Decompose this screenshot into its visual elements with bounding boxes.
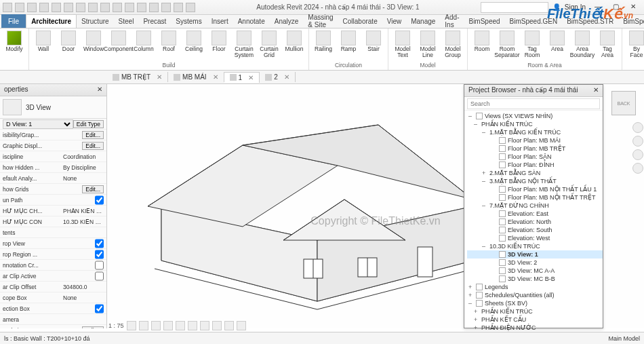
redo-icon[interactable] (64, 3, 73, 12)
dropdown-icon[interactable] (186, 3, 195, 12)
build-component-button[interactable]: Component (106, 29, 131, 58)
ribbon-tab-view[interactable]: View (382, 14, 407, 28)
expand-icon[interactable]: + (482, 170, 487, 176)
prop-edit-button[interactable]: Edit... (82, 326, 104, 329)
tree-item[interactable]: –Sheets (SX BV) (467, 299, 603, 307)
ribbon-tab-insert[interactable]: Insert (207, 14, 233, 28)
ribbon-tab-structure[interactable]: Structure (77, 14, 114, 28)
text-icon[interactable] (113, 3, 122, 12)
tree-item[interactable]: Floor Plan: ĐỈNH (467, 161, 603, 169)
tree-item[interactable]: –3.MẶT BẰNG NỘI THẤT (467, 177, 603, 185)
ribbon-tab-steel[interactable]: Steel (114, 14, 139, 28)
room-area-button[interactable]: Area (545, 29, 569, 58)
prop-checkbox[interactable] (95, 239, 104, 248)
prop-value[interactable]: None (63, 294, 104, 301)
tree-item[interactable]: +Schedules/Quantities (all) (467, 291, 603, 299)
properties-close-icon[interactable]: ✕ (97, 85, 102, 94)
view-cube[interactable]: BACK (607, 88, 640, 121)
tree-item[interactable]: –Views (SX VIEWS NHÌN) (467, 112, 603, 120)
expand-icon[interactable]: + (474, 324, 479, 331)
expand-icon[interactable]: + (468, 284, 474, 290)
tree-item[interactable]: Elevation: West (467, 234, 603, 242)
build-floor-button[interactable]: Floor (207, 29, 231, 58)
edit-type-button[interactable]: Edit Type (73, 120, 104, 128)
expand-icon[interactable]: – (482, 243, 487, 250)
project-browser-search-input[interactable] (467, 98, 600, 109)
lock-3d-icon[interactable] (212, 321, 222, 330)
prop-value[interactable]: Coordination (63, 153, 104, 160)
crop-region-icon[interactable] (200, 321, 209, 330)
prop-edit-button[interactable]: Edit... (82, 131, 104, 139)
expand-icon[interactable]: + (468, 292, 474, 299)
tree-item[interactable]: 3D View: 2 (467, 259, 603, 267)
visual-style-icon[interactable] (139, 321, 148, 330)
tree-item[interactable]: 3D View: MC A-A (467, 267, 603, 275)
room-room-button[interactable]: Room (470, 29, 494, 58)
circ-stair-button[interactable]: Stair (361, 29, 386, 58)
circ-ramp-button[interactable]: Ramp (336, 29, 361, 58)
tree-item[interactable]: +Legends (467, 283, 603, 291)
open-icon[interactable] (15, 3, 24, 12)
prop-checkbox[interactable] (95, 304, 104, 313)
expand-icon[interactable]: – (482, 202, 487, 209)
build-column-button[interactable]: Column (132, 29, 156, 58)
ribbon-tab-analyze[interactable]: Analyze (270, 14, 304, 28)
expand-icon[interactable]: – (482, 178, 487, 185)
help-search-input[interactable] (481, 2, 548, 13)
close-hidden-icon[interactable] (161, 3, 171, 12)
room-area-boundary-button[interactable]: AreaBoundary (570, 29, 595, 58)
ribbon-tab-add-ins[interactable]: Add-Ins (440, 14, 464, 28)
prop-edit-button[interactable]: Edit... (82, 142, 104, 150)
prop-value[interactable]: PHẦN KIẾN TR... (63, 208, 104, 214)
print-icon[interactable] (76, 3, 85, 12)
prop-value[interactable]: By Discipline (63, 164, 104, 171)
tree-item[interactable]: +PHẦN KẾT CẤU (467, 316, 603, 324)
shadows-icon[interactable] (163, 321, 173, 330)
tree-item[interactable]: 3D View: 1 (467, 250, 603, 259)
build-curtain-system-button[interactable]: CurtainSystem (232, 29, 256, 58)
revit-logo-icon[interactable] (3, 3, 12, 12)
measure-icon[interactable] (88, 3, 98, 12)
tree-item[interactable]: Elevation: East (467, 210, 603, 218)
circ-railing-button[interactable]: Railing (311, 29, 336, 58)
ribbon-tab-systems[interactable]: Systems (171, 14, 206, 28)
build-window-button[interactable]: Window (81, 29, 106, 58)
close-icon[interactable]: ✕ (284, 73, 289, 81)
build-wall-button[interactable]: Wall (31, 29, 56, 58)
ribbon-tab-architecture[interactable]: Architecture (26, 14, 77, 28)
build-roof-button[interactable]: Roof (157, 29, 181, 58)
close-icon[interactable]: ✕ (213, 73, 218, 81)
view-tab-1[interactable]: 1✕ (224, 72, 260, 83)
sun-path-icon[interactable] (151, 321, 161, 330)
tree-item[interactable]: Floor Plan: MB NỘI THẤT LẦU 1 (467, 185, 603, 193)
tree-item[interactable]: –7.MẶT ĐỨNG CHÍNH (467, 202, 603, 210)
view-tab-mb-m-i[interactable]: MB MÁI✕ (168, 72, 224, 82)
ribbon-tab-bimspeed[interactable]: BimSpeed (464, 14, 504, 28)
ribbon-tab-massing-site[interactable]: Massing & Site (303, 14, 338, 28)
expand-icon[interactable]: – (474, 121, 479, 128)
prop-checkbox[interactable] (95, 250, 104, 259)
tree-item[interactable]: +2.MẶT BẰNG SÀN (467, 169, 603, 177)
project-browser-close-icon[interactable]: ✕ (593, 86, 599, 95)
prop-value[interactable]: 10.3D KIẾN TRÚC (63, 218, 104, 225)
tree-item[interactable]: 3D View: MC B-B (467, 275, 603, 283)
section-icon[interactable] (137, 3, 146, 12)
model-model-group-button[interactable]: ModelGroup (441, 29, 465, 58)
view-tab-mb-tr-t[interactable]: MB TRỆT✕ (107, 72, 168, 82)
type-selector-dropdown[interactable]: D View: 1 (3, 119, 73, 129)
tree-item[interactable]: –10.3D KIẾN TRÚC (467, 242, 603, 250)
temp-hide-icon[interactable] (224, 321, 234, 330)
build-curtain-grid-button[interactable]: CurtainGrid (257, 29, 281, 58)
default3d-icon[interactable] (125, 3, 134, 12)
tree-item[interactable]: Floor Plan: SÂN (467, 153, 603, 161)
detail-level-icon[interactable] (127, 321, 136, 330)
render-icon[interactable] (176, 321, 185, 330)
prop-checkbox[interactable] (95, 195, 104, 205)
save-icon[interactable] (27, 3, 37, 12)
orbit-icon[interactable] (632, 163, 643, 174)
prop-value[interactable]: None (63, 175, 104, 182)
ribbon-tab-collaborate[interactable]: Collaborate (338, 14, 382, 28)
build-mullion-button[interactable]: Mullion (282, 29, 306, 58)
ribbon-tab-annotate[interactable]: Annotate (233, 14, 270, 28)
tree-item[interactable]: Elevation: South (467, 226, 603, 234)
